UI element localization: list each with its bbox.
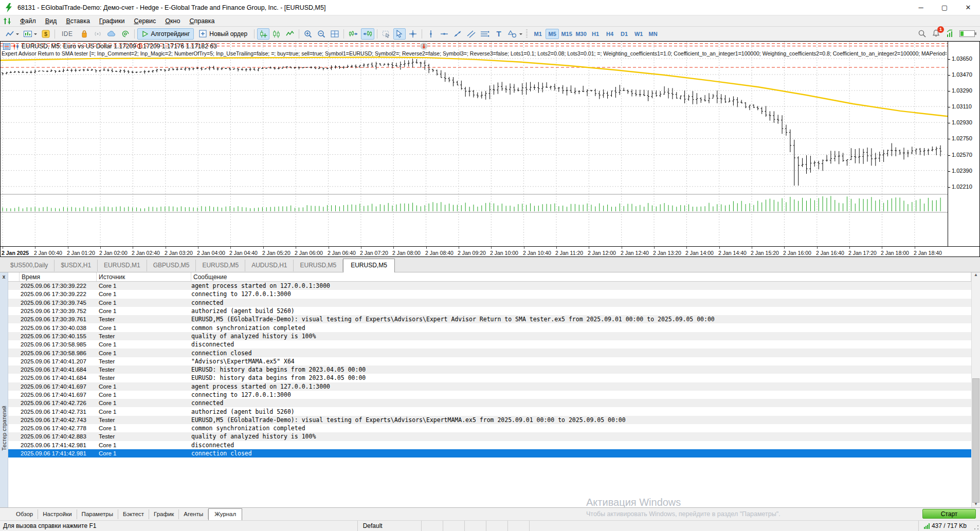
chart-tab[interactable]: $USDX,H1: [55, 260, 98, 271]
timeframe-M5[interactable]: M5: [546, 29, 559, 39]
terminal-menu-icon[interactable]: [3, 17, 13, 25]
timeframe-M15[interactable]: M15: [560, 29, 573, 39]
text-tool[interactable]: T: [493, 28, 505, 40]
chart-type-button[interactable]: [4, 28, 21, 40]
start-button[interactable]: Старт: [922, 509, 976, 519]
crosshair-button[interactable]: [407, 28, 419, 40]
chart-tab[interactable]: $US500,Daily: [4, 260, 55, 271]
shift-end-button[interactable]: [347, 28, 360, 40]
zoom-in-button[interactable]: [302, 28, 314, 40]
menu-Вставка[interactable]: Вставка: [61, 16, 94, 26]
tester-tab-Настройки[interactable]: Настройки: [38, 509, 77, 519]
zoom-out-button[interactable]: [315, 28, 328, 40]
journal-row[interactable]: 2025.09.06 17:30:40.038Core 1common sync…: [8, 323, 971, 332]
tester-tab-Агенты[interactable]: Агенты: [179, 509, 208, 519]
journal-row[interactable]: 2025.09.06 17:40:41.684TesterEURUSD: his…: [8, 374, 971, 382]
ide-button[interactable]: IDE: [58, 28, 77, 40]
close-panel-button[interactable]: x: [3, 272, 6, 280]
minimize-button[interactable]: ─: [909, 0, 933, 15]
scroll-up-icon[interactable]: ▲: [974, 272, 978, 277]
menu-Файл[interactable]: Файл: [15, 16, 41, 26]
column-message[interactable]: Сообщение: [191, 272, 971, 281]
search-icon[interactable]: [918, 29, 927, 38]
journal-row[interactable]: 2025.09.06 17:30:39.222Core 1connecting …: [8, 290, 971, 298]
timeframe-W1[interactable]: W1: [632, 29, 645, 39]
profile-selector[interactable]: Default: [357, 521, 421, 531]
journal-row[interactable]: 2025.09.06 17:40:42.731Core 1authorized …: [8, 407, 971, 415]
market-button[interactable]: [78, 28, 90, 40]
chart-panel[interactable]: 1.036501.034701.032901.031101.029301.027…: [0, 41, 980, 257]
trendline-tool[interactable]: [451, 28, 464, 40]
journal-row[interactable]: 2025.09.06 17:30:39.752Core 1authorized …: [8, 307, 971, 315]
chart-tab[interactable]: EURUSD,M5: [196, 260, 245, 271]
auto-scroll-button[interactable]: [361, 28, 374, 40]
symbols-button[interactable]: $: [40, 28, 52, 40]
price-axis[interactable]: 1.036501.034701.032901.031101.029301.027…: [948, 42, 979, 246]
tile-windows-button[interactable]: [329, 28, 341, 40]
menu-Окно[interactable]: Окно: [160, 16, 185, 26]
tester-tab-Бэктест[interactable]: Бэктест: [118, 509, 149, 519]
journal-row[interactable]: 2025.09.06 17:40:41.697Core 1connecting …: [8, 391, 971, 399]
journal-row[interactable]: 2025.09.06 17:41:42.981Core 1disconnecte…: [8, 441, 971, 449]
notifications-button[interactable]: 1: [932, 29, 940, 39]
cursor-button[interactable]: [393, 28, 406, 40]
objects-button[interactable]: [506, 28, 524, 40]
menu-Сервис[interactable]: Сервис: [130, 16, 161, 26]
chart-tab[interactable]: EURUSD,M5: [343, 259, 395, 272]
menu-Вид[interactable]: Вид: [41, 16, 62, 26]
candles-button[interactable]: [270, 28, 283, 40]
zigzag-button[interactable]: [284, 28, 296, 40]
journal-row[interactable]: 2025.09.06 17:30:58.986Core 1connection …: [8, 349, 971, 357]
vps-button[interactable]: [119, 28, 132, 40]
timeframe-D1[interactable]: D1: [618, 29, 631, 39]
journal-scrollbar[interactable]: ▲ ▼: [971, 272, 980, 507]
journal-row[interactable]: 2025.09.06 17:40:42.883Testerquality of …: [8, 432, 971, 441]
journal-row[interactable]: 2025.09.06 17:41:42.981Core 1connection …: [8, 449, 971, 457]
fibonacci-tool[interactable]: [478, 28, 492, 40]
journal-row[interactable]: 2025.09.06 17:30:39.745Core 1connected: [8, 299, 971, 307]
chart-tab[interactable]: EURUSD,M5: [294, 260, 343, 271]
chart-tab[interactable]: EURUSD,M1: [98, 260, 147, 271]
journal-row[interactable]: 2025.09.06 17:40:42.726Core 1connected: [8, 399, 971, 407]
horizontal-line-tool[interactable]: [438, 28, 450, 40]
journal-row[interactable]: 2025.09.06 17:40:41.697Core 1agent proce…: [8, 382, 971, 391]
timeframe-M1[interactable]: M1: [531, 29, 545, 39]
timeframe-H1[interactable]: H1: [589, 29, 602, 39]
tester-tab-График[interactable]: График: [149, 509, 179, 519]
journal-row[interactable]: 2025.09.06 17:30:39.222Core 1agent proce…: [8, 282, 971, 290]
timeframe-MN[interactable]: MN: [646, 29, 660, 39]
tester-tab-Параметры[interactable]: Параметры: [77, 509, 118, 519]
tester-tab-Обзор[interactable]: Обзор: [11, 509, 38, 519]
tester-visual-button[interactable]: [257, 28, 269, 40]
menu-Справка[interactable]: Справка: [185, 16, 219, 26]
resize-grip[interactable]: [972, 521, 980, 531]
timeframe-M30[interactable]: M30: [574, 29, 588, 39]
journal-row[interactable]: 2025.09.06 17:30:39.761TesterEURUSD,M5 (…: [8, 315, 971, 323]
new-order-button[interactable]: Новый ордер: [195, 28, 251, 40]
journal-row[interactable]: 2025.09.06 17:30:58.985Core 1disconnecte…: [8, 340, 971, 349]
column-time[interactable]: Время: [20, 272, 97, 281]
select-rect-button[interactable]: [380, 28, 392, 40]
cloud-button[interactable]: [105, 28, 118, 40]
maximize-button[interactable]: ▢: [933, 0, 956, 15]
close-button[interactable]: ✕: [956, 0, 980, 15]
price-chart[interactable]: [1, 42, 948, 246]
menu-Графики[interactable]: Графики: [95, 16, 130, 26]
performance-icon[interactable]: [946, 29, 954, 38]
chart-tab[interactable]: AUDUSD,H1: [245, 260, 294, 271]
time-axis[interactable]: 2 Jan 20252 Jan 00:402 Jan 01:202 Jan 02…: [1, 246, 979, 257]
signals-button[interactable]: [92, 28, 104, 40]
vertical-line-tool[interactable]: [425, 28, 437, 40]
journal-row[interactable]: 2025.09.06 17:40:41.207Tester"Advisors\E…: [8, 357, 971, 365]
timeframe-H4[interactable]: H4: [603, 29, 616, 39]
journal-row[interactable]: 2025.09.06 17:40:41.684TesterEURUSD: his…: [8, 365, 971, 374]
journal-row[interactable]: 2025.09.06 17:40:42.778Core 1common sync…: [8, 424, 971, 432]
chart-tab[interactable]: GBPUSD,M5: [147, 260, 196, 271]
indicators-button[interactable]: [22, 28, 39, 40]
algo-trading-button[interactable]: Алготрейдинг: [137, 28, 194, 40]
scroll-down-icon[interactable]: ▼: [974, 502, 978, 506]
channel-tool[interactable]: [465, 28, 477, 40]
journal-row[interactable]: 2025.09.06 17:40:42.743TesterEURUSD,M5 (…: [8, 416, 971, 424]
column-source[interactable]: Источник: [97, 272, 191, 281]
scrollbar-thumb[interactable]: [972, 378, 979, 503]
